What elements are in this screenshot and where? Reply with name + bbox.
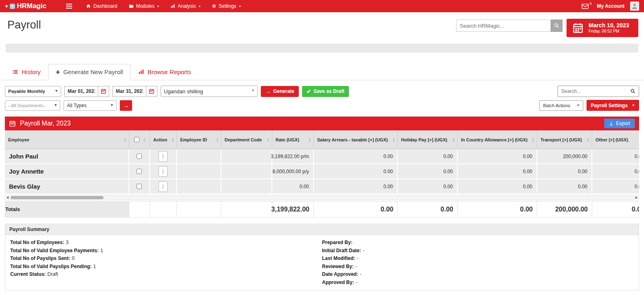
department-select[interactable]: --All Departments-- [5,100,60,111]
sort-icon: ▲▼ [143,137,146,142]
column-header-employee[interactable]: Employee ▲▼ [5,130,129,149]
date-to-input[interactable] [112,86,146,97]
hamburger-menu-button[interactable] [64,2,74,10]
scroll-left-arrow-icon[interactable] [7,196,9,199]
global-search-input[interactable] [456,20,551,32]
row-actions-menu-button[interactable]: ⋮ [159,151,168,162]
scroll-right-arrow-icon[interactable] [635,196,637,199]
column-header-department-code[interactable]: Department Code ▲▼ [221,130,272,149]
batch-actions-dropdown[interactable]: Batch Actions ▼ [539,100,583,111]
select-all-checkbox[interactable] [134,137,139,142]
column-header-in-country-allowance[interactable]: In Country Allowance [+] (UGX) ▲▼ [458,130,537,149]
row-checkbox[interactable] [137,184,142,189]
transport-cell: 200,000.00 [537,149,592,164]
sort-icon: ▲▼ [216,137,218,142]
date-widget[interactable]: March 10, 2023 Friday, 06:52 PM [567,19,638,37]
date-from-calendar-button[interactable] [98,86,109,97]
avatar[interactable] [630,2,639,11]
sort-icon: ▲▼ [309,137,311,142]
rate-cell: 3,199,822.00 p/m [272,149,314,164]
date-from-input[interactable] [64,86,98,97]
scrollbar-thumb[interactable] [11,196,104,199]
date-to-group [112,86,157,97]
transport-cell: 0.00 [537,164,592,179]
tab-history[interactable]: History [5,64,48,80]
date-text: March 10, 2023 [589,22,629,29]
row-checkbox[interactable] [137,154,142,159]
brand-link[interactable]: + ♥ HRMagic [5,2,46,10]
other-cell: 0.00 [592,179,639,194]
tab-generate-new-payroll[interactable]: + Generate New Payroll [48,64,131,80]
table-row: John Paul ⋮ 3,199,822.00 p/m 0.00 0.00 0… [5,149,639,164]
salary-arrears-cell: 0.00 [314,149,398,164]
column-header-holiday-pay[interactable]: Holiday Pay [+] (UGX) ▲▼ [398,130,458,149]
save-as-draft-button[interactable]: ✔ Save as Draft [302,86,349,97]
notifications-button[interactable]: 0 [582,4,591,9]
brand-logo-icon: ♥ [10,4,15,9]
tab-browse-reports[interactable]: Browse Reports [131,64,198,80]
column-header-rate[interactable]: Rate (UGX) ▲▼ [272,130,314,149]
generate-button[interactable]: → Generate [261,86,299,97]
nav-item-analysis[interactable]: Analysis ▾ [165,0,206,12]
column-header-employee-id[interactable]: Employee ID ▲▼ [177,130,221,149]
horizontal-scrollbar[interactable] [5,195,639,200]
row-checkbox[interactable] [137,169,142,174]
summary-line: Date Approved:- [322,271,634,279]
chevron-down-icon: ▼ [632,103,635,107]
calendar-icon [149,88,154,94]
sort-icon: ▲▼ [267,137,269,142]
payroll-settings-button[interactable]: Payroll Settings ▼ [587,100,639,111]
in-country-allowance-cell: 0.00 [458,149,537,164]
row-actions-menu-button[interactable]: ⋮ [159,166,168,177]
time-text: Friday, 06:52 PM [589,29,629,34]
summary-line: Total No of Valid Payslips Pending:1 [10,263,322,271]
summary-line: Approved By:- [322,279,634,287]
column-header-transport[interactable]: Transport [+] (UGX) ▲▼ [537,130,592,149]
brand-text: HRMagic [17,2,46,10]
global-search-button[interactable] [551,20,562,32]
other-cell: 0.00 [592,164,639,179]
department-code-cell [221,149,272,164]
arrow-right-icon: → [123,102,129,109]
column-header-salary-arrears[interactable]: Salary Arrears - taxable [+] (UGX) ▲▼ [314,130,398,149]
table-row: Joy Annette ⋮ 8,000,000.00 p/y 0.00 0.00… [5,164,639,179]
sort-icon: ▲▼ [124,137,126,142]
in-country-allowance-cell: 0.00 [458,164,537,179]
type-select[interactable]: All Types [64,100,117,111]
column-header-other[interactable]: Other [+] (UGX) ▲▼ [592,130,639,149]
folder-icon [129,4,134,9]
holiday-pay-cell: 0.00 [398,149,458,164]
nav-item-settings[interactable]: ⚙ Settings ▾ [206,0,247,12]
global-search [456,20,562,32]
apply-filter-button[interactable]: → [120,100,132,111]
column-header-select-all[interactable]: ▲▼ [129,130,150,149]
summary-right-column: Prepared By: Initial Draft Date:- Last M… [322,239,634,286]
row-actions-menu-button[interactable]: ⋮ [159,181,168,192]
date-from-group [64,86,109,97]
home-icon [86,4,91,9]
plus-icon: + [56,69,60,75]
totals-in-country-allowance: 0.00 [458,201,537,218]
totals-transport: 200,000.00 [537,201,592,218]
chevron-down-icon: ▾ [157,4,159,8]
column-header-action[interactable]: Action ▲▼ [150,130,177,149]
nav-item-dashboard[interactable]: Dashboard [80,0,123,12]
envelope-icon [582,4,589,9]
table-title: Payroll Mar, 2023 [20,120,71,127]
bar-chart-icon [170,4,175,9]
nav-item-modules[interactable]: Modules ▾ [123,0,165,12]
date-to-calendar-button[interactable] [146,86,157,97]
table-body: John Paul ⋮ 3,199,822.00 p/m 0.00 0.00 0… [5,149,639,194]
pay-period-select[interactable]: Payable Monthly [5,86,61,97]
table-search-input[interactable] [558,86,639,97]
filter-area: Payable Monthly ▼ Ugandan shilling ▼ → G… [5,86,639,111]
chevron-down-icon: ▼ [576,103,580,107]
tab-bar: History + Generate New Payroll Browse Re… [0,64,644,80]
notification-badge: 0 [589,2,591,6]
employee-id-cell [177,149,221,164]
brand-plus-icon: + [5,3,8,9]
payroll-summary-panel: Payroll Summary Total No of Employees:3 … [5,224,639,291]
currency-select[interactable]: Ugandan shilling [161,86,258,97]
export-button[interactable]: Export [604,119,635,128]
my-account-link[interactable]: My Account [597,3,624,9]
